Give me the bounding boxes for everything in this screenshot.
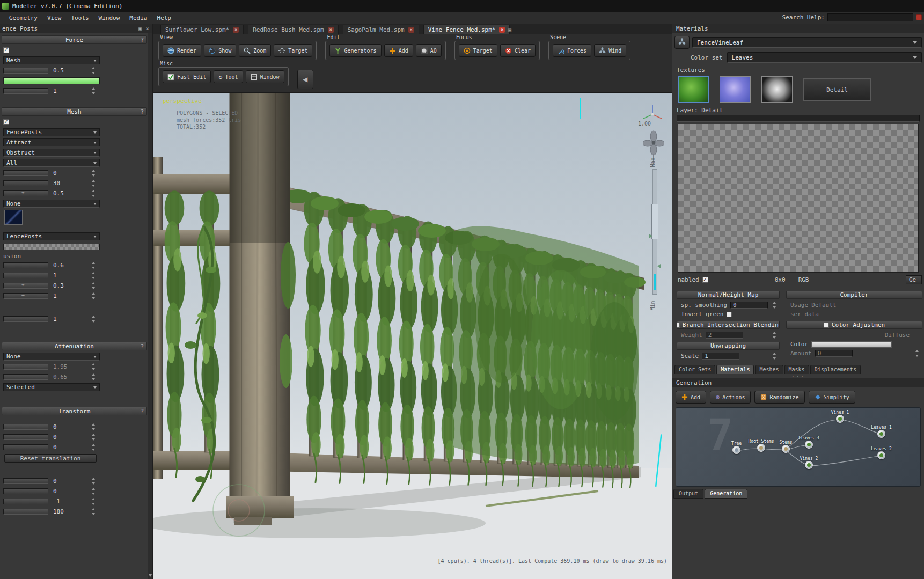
value-spinner[interactable] [772, 301, 778, 309]
rotate-z-slider[interactable] [3, 499, 48, 504]
window-button[interactable]: Window [246, 70, 284, 83]
tab-close-icon[interactable]: × [499, 27, 505, 33]
rotate-x-slider[interactable] [3, 478, 48, 484]
generation-node-graph[interactable]: 7 Tree Root Stems Stems Leaves 3 Vines 1… [676, 407, 921, 487]
scale-field[interactable]: 1 [702, 353, 739, 360]
help-icon[interactable]: ? [140, 36, 144, 43]
back-button[interactable]: ◀ [297, 70, 313, 89]
attenuation-slider-1[interactable] [3, 364, 48, 370]
value-spinner[interactable] [914, 349, 920, 357]
mesh-fenceposts-dropdown[interactable]: FencePosts [3, 232, 100, 240]
value-spinner[interactable] [91, 315, 97, 323]
tab-displacements[interactable]: Displacements [810, 365, 861, 374]
mesh-scale-slider[interactable] [3, 316, 48, 322]
texture-thumb-detail[interactable]: Detail [803, 78, 871, 101]
render-button[interactable]: Render [163, 44, 201, 57]
generation-randomize-button[interactable]: Randomize [754, 391, 804, 404]
zoom-button[interactable]: Zoom [239, 44, 271, 57]
generate-button[interactable]: Ge [906, 275, 922, 284]
tab-close-icon[interactable]: × [408, 27, 414, 33]
translate-z-slider[interactable] [3, 444, 48, 450]
dock-icon[interactable]: ▣ [137, 26, 143, 32]
section-header-transform[interactable]: Transform ? [2, 407, 147, 415]
value-spinner[interactable] [91, 272, 97, 280]
generation-add-button[interactable]: Add [676, 391, 706, 404]
amount-field[interactable]: 0 [815, 350, 853, 357]
rotate-y-slider[interactable] [3, 488, 48, 494]
clear-button[interactable]: Clear [500, 44, 536, 57]
mesh-enabled-checkbox[interactable] [3, 119, 9, 125]
mesh-selection-dropdown[interactable]: All [3, 159, 100, 167]
occlusion-slider-3[interactable] [3, 283, 48, 289]
invert-green-checkbox[interactable] [727, 312, 732, 317]
node-leaves-2[interactable]: Leaves 2 [877, 451, 885, 459]
forces-button[interactable]: Forces [553, 44, 591, 57]
section-header-mesh[interactable]: Mesh ? [2, 107, 147, 116]
tab-sagopalm[interactable]: SagoPalm_Med.spm × [343, 25, 419, 34]
node-tree[interactable]: Tree [732, 446, 740, 454]
layer-path-input[interactable] [677, 115, 920, 122]
value-spinner[interactable] [91, 487, 97, 495]
value-spinner[interactable] [91, 261, 97, 269]
section-header-attenuation[interactable]: Attenuation ? [2, 342, 147, 350]
value-spinner[interactable] [91, 179, 97, 187]
value-spinner[interactable] [91, 373, 97, 381]
tab-materials[interactable]: Materials [716, 365, 754, 374]
tab-sunflower[interactable]: Sunflower_Low.spm* × [160, 25, 244, 34]
value-spinner[interactable] [91, 497, 97, 505]
attenuation-slider-2[interactable] [3, 374, 48, 380]
tab-redrose[interactable]: RedRose_Bush_Med.spm × [248, 25, 338, 34]
view-target-button[interactable]: Target [274, 44, 312, 57]
reset-translation-button[interactable]: Reset translation [4, 454, 97, 463]
color-set-dropdown[interactable]: Leaves [727, 52, 922, 63]
mesh-mode-dropdown[interactable]: Attract [3, 138, 100, 146]
mesh-range-slider[interactable] [3, 190, 48, 196]
tab-color-sets[interactable]: Color Sets [674, 365, 715, 374]
value-spinner[interactable] [91, 169, 97, 177]
close-icon[interactable]: × [145, 26, 150, 32]
occlusion-slider-1[interactable] [3, 262, 48, 268]
mesh-texture-thumbnail[interactable] [4, 210, 23, 225]
texture-thumb-diffuse[interactable] [678, 76, 709, 103]
value-spinner[interactable] [91, 508, 97, 516]
value-spinner[interactable] [91, 433, 97, 441]
menu-window[interactable]: Window [94, 13, 125, 23]
viewport-3d[interactable]: perspective POLYGONS - SELECTED mesh for… [153, 93, 672, 579]
attenuation-selected-dropdown[interactable]: Selected [3, 383, 100, 391]
generation-simplify-button[interactable]: Simplify [809, 391, 855, 404]
force-type-dropdown[interactable]: Mesh [3, 56, 100, 64]
value-spinner[interactable] [91, 67, 97, 75]
weight-field[interactable]: 2 [706, 332, 743, 339]
value-spinner[interactable] [91, 292, 97, 300]
node-vines-2[interactable]: Vines 2 [805, 461, 813, 469]
generators-button[interactable]: Generators [329, 44, 381, 57]
slider-track[interactable] [652, 169, 657, 295]
mesh-dropdown[interactable]: FencePosts [3, 128, 100, 136]
mesh-none-dropdown[interactable]: None [3, 200, 100, 208]
force-handle-line[interactable] [580, 98, 581, 119]
tab-output[interactable]: Output [673, 489, 703, 499]
menu-help[interactable]: Help [152, 13, 176, 23]
force-scale-slider[interactable] [3, 88, 48, 94]
search-help-input[interactable] [827, 13, 913, 21]
section-header-force[interactable]: Force ? [2, 35, 147, 44]
add-button[interactable]: Add [384, 44, 413, 57]
value-spinner[interactable] [91, 282, 97, 290]
ao-button[interactable]: AO [416, 44, 442, 57]
tab-close-icon[interactable]: × [233, 27, 239, 33]
show-button[interactable]: Show [204, 44, 236, 57]
color-swatch[interactable] [811, 341, 892, 348]
smoothing-field[interactable]: 0 [730, 302, 768, 309]
value-spinner[interactable] [91, 423, 97, 431]
rotate-w-slider[interactable] [3, 509, 48, 515]
node-leaves-3[interactable]: Leaves 3 [805, 441, 813, 449]
mesh-value-slider[interactable] [3, 170, 48, 176]
occlusion-slider-4[interactable] [3, 293, 48, 299]
value-spinner[interactable] [91, 477, 97, 485]
force-strength-slider[interactable] [3, 68, 48, 74]
force-enabled-checkbox[interactable] [3, 47, 9, 53]
tab-close-icon[interactable]: × [328, 27, 334, 33]
value-spinner[interactable] [772, 352, 778, 360]
value-spinner[interactable] [772, 331, 778, 339]
tab-vine-fence[interactable]: Vine_Fence_Med.spm* × [423, 25, 510, 34]
